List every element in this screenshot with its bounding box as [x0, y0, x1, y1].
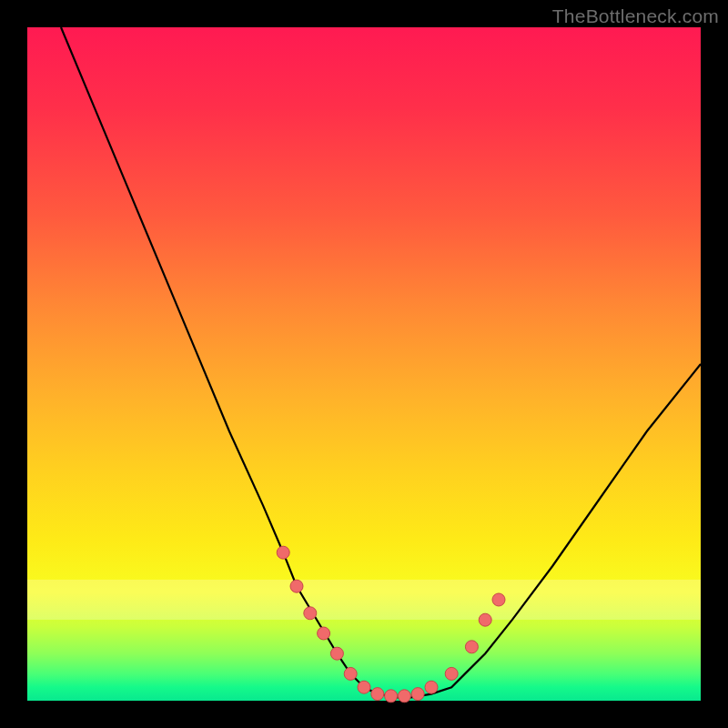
watermark-text: TheBottleneck.com [552, 5, 719, 27]
curve-marker [330, 647, 343, 660]
curve-marker [385, 690, 398, 703]
curve-marker [492, 593, 505, 606]
marker-group [277, 546, 505, 703]
curve-marker [479, 613, 491, 626]
curve-marker [425, 681, 438, 693]
curve-marker [411, 688, 424, 701]
curve-marker [371, 688, 384, 701]
curve-marker [358, 681, 370, 693]
bottleneck-curve [61, 27, 701, 697]
curve-marker [398, 690, 410, 703]
curve-marker [318, 627, 330, 640]
curve-marker [344, 667, 357, 680]
curve-marker [465, 641, 478, 653]
curve-marker [290, 580, 303, 592]
curve-marker [445, 667, 458, 680]
curve-marker [304, 607, 317, 620]
curve-marker [277, 546, 289, 559]
chart-svg [27, 27, 701, 701]
chart-frame [27, 27, 701, 701]
